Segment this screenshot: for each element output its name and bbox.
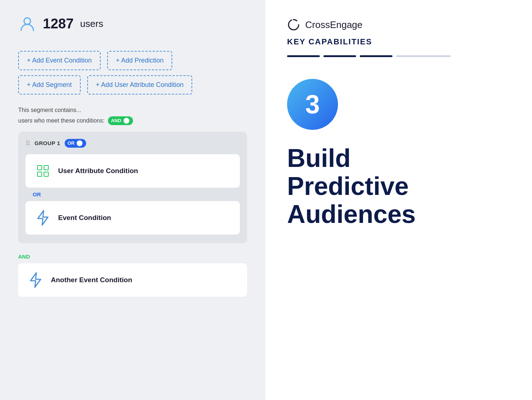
action-row-1: + Add Event Condition + Add Prediction: [18, 51, 247, 70]
svg-point-1: [289, 20, 299, 30]
headline-line-1: Build: [287, 144, 510, 172]
or-toggle[interactable]: OR: [65, 139, 86, 148]
and-toggle[interactable]: AND: [108, 116, 133, 125]
conditions-row: users who meet these conditions: AND: [18, 116, 247, 125]
headline-line-3: Audiences: [287, 200, 510, 228]
action-row-2: + Add Segment + Add User Attribute Condi…: [18, 75, 247, 95]
user-attribute-icon: [34, 162, 52, 180]
svg-point-0: [24, 18, 31, 24]
or-separator: OR: [25, 188, 240, 201]
toggle-circle: [124, 118, 129, 124]
attr-square-2: [44, 165, 49, 170]
or-circle: [77, 140, 82, 146]
event-condition-title: Event Condition: [58, 214, 111, 222]
conditions-label: users who meet these conditions:: [18, 117, 104, 124]
progress-bar-4: [396, 55, 451, 57]
headline-line-2: Predictive: [287, 172, 510, 200]
logo-text: CrossEngage: [305, 19, 363, 31]
bolt-icon-1: [34, 209, 52, 227]
key-capabilities-title: KEY CAPABILITIES: [287, 37, 510, 47]
user-count: 1287: [43, 16, 74, 32]
action-buttons: + Add Event Condition + Add Prediction +…: [18, 51, 247, 95]
progress-bars: [287, 55, 510, 57]
event-condition-card[interactable]: Event Condition: [25, 201, 240, 235]
and-toggle-label: AND: [111, 118, 121, 123]
logo-row: CrossEngage: [287, 18, 510, 31]
headline: Build Predictive Audiences: [287, 144, 510, 228]
progress-bar-2: [323, 55, 356, 57]
user-attribute-title: User Attribute Condition: [58, 167, 138, 175]
add-segment-button[interactable]: + Add Segment: [18, 75, 81, 95]
group-container: ⠿ GROUP 1 OR User Attribute Condition OR: [18, 132, 247, 243]
left-panel: 1287 users + Add Event Condition + Add P…: [0, 0, 265, 400]
crossengage-logo-icon: [287, 18, 300, 31]
another-event-card[interactable]: Another Event Condition: [18, 263, 247, 297]
group-header: ⠿ GROUP 1 OR: [25, 139, 240, 148]
or-toggle-label: OR: [68, 140, 75, 146]
contains-text: This segment contains...: [18, 105, 247, 115]
drag-icon: ⠿: [25, 139, 30, 147]
progress-bar-1: [287, 55, 320, 57]
attr-square-3: [37, 172, 42, 177]
segment-text: This segment contains... users who meet …: [18, 105, 247, 125]
right-panel: CrossEngage KEY CAPABILITIES 3 Build Pre…: [265, 0, 532, 400]
header-row: 1287 users: [18, 15, 247, 33]
attr-square-1: [37, 165, 42, 170]
group-label: GROUP 1: [35, 140, 60, 146]
progress-bar-3: [360, 55, 392, 57]
and-outer-separator: AND: [18, 250, 247, 263]
add-user-attribute-button[interactable]: + Add User Attribute Condition: [87, 75, 193, 95]
add-prediction-button[interactable]: + Add Prediction: [107, 51, 173, 70]
step-number-circle: 3: [287, 79, 338, 130]
attr-square-4: [44, 172, 49, 177]
bolt-icon-2: [27, 271, 44, 289]
step-number: 3: [305, 89, 320, 119]
user-icon: [18, 15, 36, 33]
another-event-title: Another Event Condition: [51, 276, 132, 284]
user-label: users: [80, 18, 104, 29]
add-event-condition-button[interactable]: + Add Event Condition: [18, 51, 101, 70]
user-attribute-card[interactable]: User Attribute Condition: [25, 154, 240, 188]
